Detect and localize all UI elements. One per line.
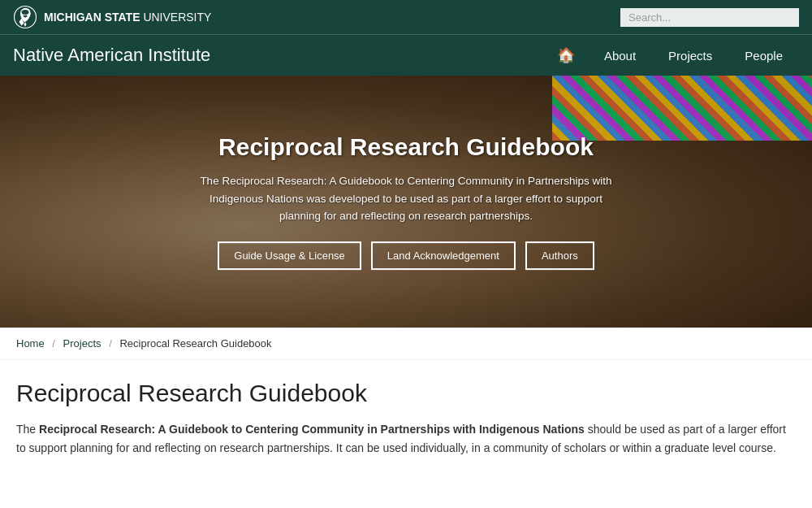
hero-title: Reciprocal Research Guidebook <box>195 133 617 161</box>
nav-bar: Native American Institute 🏠 About Projec… <box>0 34 812 76</box>
spartan-helmet-icon <box>13 5 37 29</box>
search-input[interactable] <box>620 8 799 27</box>
guide-usage-license-button[interactable]: Guide Usage & License <box>218 241 361 270</box>
breadcrumb-projects[interactable]: Projects <box>63 337 102 350</box>
breadcrumb-home[interactable]: Home <box>16 337 45 350</box>
description-prefix: The <box>16 423 39 436</box>
home-nav-link[interactable]: 🏠 <box>544 35 588 76</box>
hero-description: The Reciprocal Research: A Guidebook to … <box>195 172 617 225</box>
description-bold-text: Reciprocal Research: A Guidebook to Cent… <box>39 423 585 436</box>
site-title: Native American Institute <box>13 37 544 74</box>
svg-point-1 <box>22 10 29 15</box>
hero-fabric-decoration <box>552 76 812 141</box>
breadcrumb-current: Reciprocal Research Guidebook <box>119 337 271 350</box>
university-name: MICHIGAN STATE UNIVERSITY <box>44 11 211 24</box>
authors-button[interactable]: Authors <box>525 241 594 270</box>
page-title: Reciprocal Research Guidebook <box>16 380 796 407</box>
search-box[interactable] <box>620 8 799 27</box>
msu-logo: MICHIGAN STATE UNIVERSITY <box>13 5 211 29</box>
nav-links: 🏠 About Projects People <box>544 35 799 76</box>
hero-section: Reciprocal Research Guidebook The Recipr… <box>0 76 812 328</box>
nav-link-people[interactable]: People <box>728 37 799 74</box>
hero-content: Reciprocal Research Guidebook The Recipr… <box>195 133 617 270</box>
page-description: The Reciprocal Research: A Guidebook to … <box>16 420 796 458</box>
breadcrumb-separator-2: / <box>109 337 112 350</box>
nav-link-about[interactable]: About <box>588 37 652 74</box>
breadcrumb-separator-1: / <box>52 337 55 350</box>
main-content: Reciprocal Research Guidebook The Recipr… <box>0 360 812 482</box>
hero-buttons: Guide Usage & License Land Acknowledgeme… <box>195 241 617 270</box>
top-header: MICHIGAN STATE UNIVERSITY <box>0 0 812 34</box>
breadcrumb: Home / Projects / Reciprocal Research Gu… <box>0 328 812 360</box>
nav-link-projects[interactable]: Projects <box>652 37 728 74</box>
land-acknowledgement-button[interactable]: Land Acknowledgement <box>371 241 516 270</box>
